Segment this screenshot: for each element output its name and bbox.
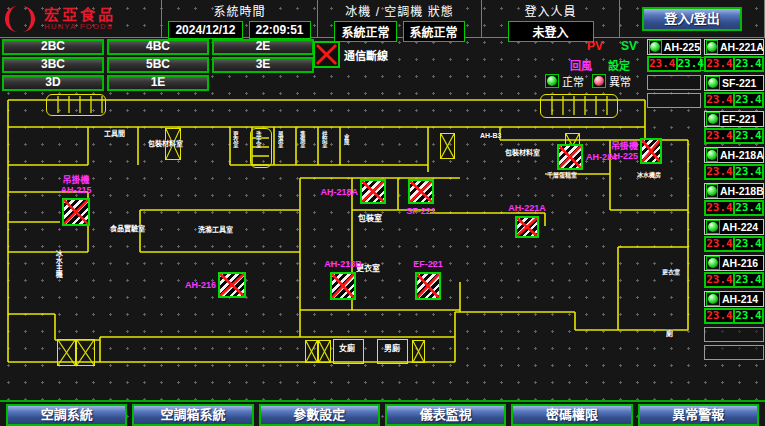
ahu-device-icon-ef-221[interactable]: [415, 272, 441, 300]
machine-status-label: 冰機 / 空調機 狀態: [318, 0, 481, 19]
floor-button-1e[interactable]: 1E: [107, 75, 209, 91]
room-label: 女廁: [339, 345, 355, 353]
floor-button-3e[interactable]: 3E: [212, 57, 314, 73]
ahu-status-value: 系統正常: [403, 21, 465, 42]
equipment-values-ah-216: 23.423.4: [704, 272, 764, 288]
normal-legend: 正常: [545, 73, 584, 89]
nav-button-儀表監視[interactable]: 儀表監視: [385, 404, 506, 426]
ahu-device-icon-ah-215[interactable]: [62, 198, 90, 226]
room-label: 風淋室: [277, 131, 283, 148]
equipment-row-sf-221[interactable]: SF-221: [704, 75, 764, 91]
ahu-device-icon-ah-218b[interactable]: [330, 272, 356, 300]
equipment-row-ah-218b[interactable]: AH-218B: [704, 183, 764, 199]
floor-button-2bc[interactable]: 2BC: [2, 39, 104, 55]
equipment-name: AH-218A: [720, 149, 764, 161]
pv-value: 23.4: [705, 93, 734, 107]
equipment-row-ah-216[interactable]: AH-216: [704, 255, 764, 271]
room-label: 包裝材料室: [148, 140, 183, 147]
ahu-device-icon-sf-221[interactable]: [408, 179, 434, 204]
equipment-values-ef-221: 23.423.4: [704, 128, 764, 144]
floor-button-3d[interactable]: 3D: [2, 75, 104, 91]
return-air-label: 回風: [570, 57, 592, 73]
door-icon: [440, 133, 455, 159]
room-label: 廁: [666, 330, 673, 337]
floor-button-2e[interactable]: 2E: [212, 39, 314, 55]
room-label: 洗滌工具室: [198, 226, 233, 233]
nav-button-參數設定[interactable]: 參數設定: [259, 404, 380, 426]
device-label: EF-221: [401, 259, 455, 269]
login-user-section: 登入人員 未登入: [482, 0, 620, 38]
room-label: 包裝室: [358, 215, 382, 223]
equipment-name: AH-214: [722, 293, 758, 305]
logo-mark-icon: [4, 4, 38, 34]
ahu-device-icon-ah-218a[interactable]: [360, 179, 386, 204]
equipment-row-ah-214[interactable]: AH-214: [704, 291, 764, 307]
abnormal-lamp-icon: [592, 74, 606, 88]
empty-slot: [704, 345, 764, 360]
status-lamp-icon: [706, 256, 720, 270]
room-label: 更衣室: [662, 269, 680, 275]
equipment-name: AH-221A: [720, 41, 764, 53]
device-label: AH-221A: [501, 203, 553, 213]
hmi-screen: { "header": { "logo": { "title": "宏亞食品",…: [0, 0, 765, 426]
room-label: 更衣室: [232, 131, 238, 148]
floor-plan: 工具間包裝材料室AH-B3包裝材料室包裝室更衣室食品實驗室洗滌工具室冰水主機女廁…: [0, 92, 692, 398]
empty-slot: [647, 75, 701, 90]
equipment-values-ah-218b: 23.423.4: [704, 200, 764, 216]
system-time-label: 系統時間: [162, 0, 317, 19]
ahu-device-icon-ah-221a[interactable]: [515, 216, 539, 238]
door-icon: [76, 339, 95, 366]
machine-status-section: 冰機 / 空調機 狀態 系統正常 系統正常: [318, 0, 482, 38]
equipment-row-ah-218a[interactable]: AH-218A: [704, 147, 764, 163]
nav-button-空調系統[interactable]: 空調系統: [6, 404, 127, 426]
equipment-name: AH-216: [722, 257, 758, 269]
sv-value: 23.4: [677, 57, 706, 71]
sv-value: 23.4: [734, 129, 763, 143]
room-label: 倉庫: [343, 134, 349, 145]
stairs-icon: [540, 94, 618, 118]
room-label: 工具間: [104, 130, 125, 137]
pv-value: 23.4: [705, 57, 734, 71]
floor-button-4bc[interactable]: 4BC: [107, 39, 209, 55]
floor-button-3bc[interactable]: 3BC: [2, 57, 104, 73]
ahu-device-icon-ah-216[interactable]: [218, 272, 246, 298]
nav-button-密碼權限[interactable]: 密碼權限: [511, 404, 632, 426]
login-user-label: 登入人員: [482, 0, 619, 19]
device-label: 吊掛機AH-215: [48, 175, 104, 195]
device-label: SF-221: [394, 206, 448, 216]
door-icon: [57, 339, 76, 366]
company-logo: 宏亞食品 HUNYA FOODS: [0, 0, 162, 38]
status-lamp-icon: [706, 76, 720, 90]
equipment-name: EF-221: [722, 113, 756, 125]
pv-value: 23.4: [705, 309, 734, 323]
equipment-values-sf-221: 23.423.4: [704, 92, 764, 108]
equipment-row-ah-225[interactable]: AH-225: [647, 39, 701, 55]
equipment-row-ah-224[interactable]: AH-224: [704, 219, 764, 235]
equipment-values-ah-225: 23.423.4: [647, 56, 701, 72]
equipment-values-ah-221a: 23.423.4: [704, 56, 764, 72]
nav-button-異常警報[interactable]: 異常警報: [638, 404, 759, 426]
pv-value: 23.4: [705, 201, 734, 215]
equipment-name: AH-225: [664, 41, 700, 53]
login-logout-button[interactable]: 登入/登出: [642, 7, 742, 31]
room-label: 男廁: [384, 345, 400, 353]
nav-button-空調箱系統[interactable]: 空調箱系統: [132, 404, 253, 426]
door-icon: [305, 340, 318, 363]
ahu-device-icon-ah-225[interactable]: [640, 138, 662, 164]
ahu-device-icon-ah-214[interactable]: [557, 144, 583, 170]
status-lamp-icon: [706, 148, 718, 162]
sv-value: 23.4: [734, 237, 763, 251]
floor-selector-grid: 2BC4BC2E3BC5BC3E3D1E: [2, 39, 314, 91]
sv-legend-label: SV: [621, 39, 637, 53]
room-label: 冰水主機: [55, 250, 62, 278]
device-label: AH-216: [172, 280, 216, 290]
abnormal-legend: 異常: [592, 73, 631, 89]
room-label: AH-B3: [480, 132, 501, 139]
empty-slot: [704, 327, 764, 342]
pv-value: 23.4: [648, 57, 677, 71]
floor-button-5bc[interactable]: 5BC: [107, 57, 209, 73]
pv-value: 23.4: [705, 165, 734, 179]
room-label: 洗手室: [255, 131, 261, 148]
equipment-row-ah-221a[interactable]: AH-221A: [704, 39, 764, 55]
equipment-row-ef-221[interactable]: EF-221: [704, 111, 764, 127]
